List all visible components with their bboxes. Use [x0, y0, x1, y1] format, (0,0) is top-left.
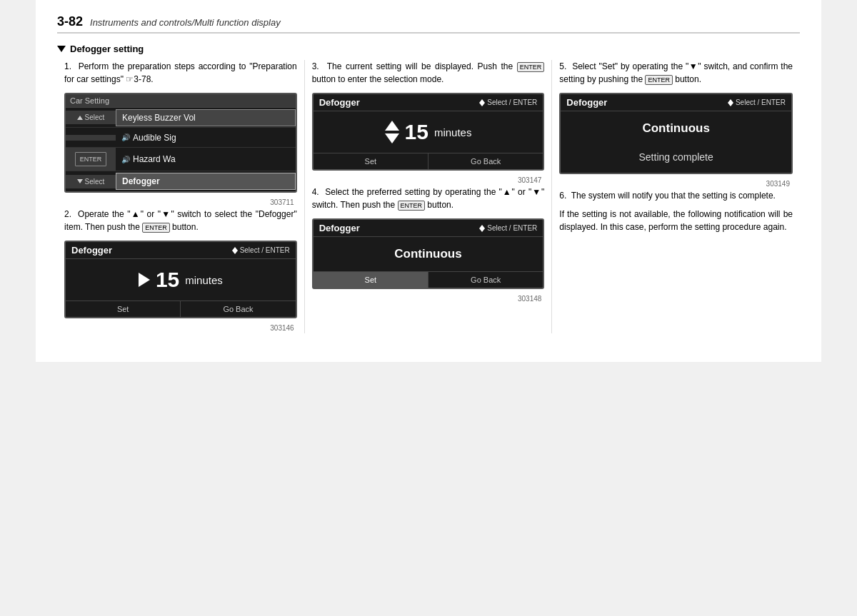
audible-text: Audible Sig: [133, 133, 176, 143]
step-2-block: 2. Operate the "▲" or "▼" switch to sele…: [64, 208, 297, 233]
screen-3-set-btn[interactable]: Set: [314, 153, 428, 169]
screen-5-title: Defogger: [566, 97, 607, 108]
content-grid: 1. Perform the preparation steps accordi…: [57, 60, 800, 333]
screen-4: Defogger Select / ENTER Continuous Set G…: [312, 218, 545, 289]
step-6b-text: If the setting is not available, the fol…: [559, 208, 793, 233]
screen-2: Defogger Select / ENTER 15 minutes: [64, 241, 297, 318]
header-bar: 3-82 Instruments and controls/Multi func…: [57, 14, 800, 34]
enter-kbd-2: ENTER: [142, 223, 170, 233]
screen-3-footer: Set Go Back: [314, 153, 543, 169]
screen-2-unit: minutes: [185, 274, 223, 286]
hazard-text: Hazard Wa: [133, 154, 176, 164]
screen-5-header: Defogger Select / ENTER: [561, 94, 791, 111]
screen-5-complete: Setting complete: [561, 146, 791, 173]
tri-dn-icon: [77, 179, 83, 183]
screen-4-title: Defogger: [319, 223, 360, 233]
screen-2-footer: Set Go Back: [66, 301, 296, 317]
screen-3-number: 15: [405, 120, 428, 144]
updown-icon-4: [479, 225, 485, 232]
tri-dn-small-5: [728, 103, 733, 106]
screen-1: Car Setting Select Keyless Buzzer Vol 🔊 …: [64, 93, 297, 193]
screen-4-select: Select / ENTER: [479, 224, 537, 232]
header-number: 3-82: [57, 14, 83, 29]
screen-3-unit: minutes: [434, 126, 472, 138]
menu-item-hazard: 🔊 Hazard Wa: [116, 151, 296, 167]
screen-5-continuous: Continuous: [561, 111, 791, 146]
screen-4-code: 303148: [312, 293, 545, 304]
screen-4-set-btn[interactable]: Set: [314, 272, 428, 288]
screen-3-select: Select / ENTER: [479, 99, 537, 106]
updown-icon-2: [232, 247, 238, 254]
screen-2-set-btn[interactable]: Set: [66, 301, 181, 317]
enter-kbd-5: ENTER: [645, 75, 673, 86]
screen-2-header: Defogger Select / ENTER: [66, 242, 296, 259]
step-2-text: 2. Operate the "▲" or "▼" switch to sele…: [64, 208, 297, 233]
updown-icon-5: [728, 99, 733, 106]
step-5-block: 5. Select "Set" by operating the "▼" swi…: [559, 60, 793, 86]
menu-label-enter: ENTER: [66, 148, 116, 171]
step-1-text: 1. Perform the preparation steps accordi…: [64, 60, 297, 86]
section-title-text: Defogger setting: [70, 44, 144, 54]
screen-2-goback-btn[interactable]: Go Back: [181, 301, 295, 317]
tri-up-icon: [77, 116, 83, 120]
screen-4-footer: Set Go Back: [314, 271, 543, 288]
screen-4-main: Continuous: [314, 237, 543, 271]
dn-select-label: Select: [85, 178, 105, 186]
page: 3-82 Instruments and controls/Multi func…: [36, 0, 821, 362]
screen-3-center: 15 minutes: [314, 111, 543, 153]
screen-3-goback-btn[interactable]: Go Back: [428, 153, 543, 169]
hazard-icon: 🔊: [121, 156, 130, 163]
step-6-block: 6. The system will notify you that the s…: [559, 189, 793, 233]
audible-icon: 🔊: [121, 133, 130, 141]
tri-dn-large: [385, 133, 399, 143]
screen-3-header: Defogger Select / ENTER: [314, 94, 543, 111]
enter-btn-label[interactable]: ENTER: [75, 152, 107, 166]
step-1-block: 1. Perform the preparation steps accordi…: [64, 60, 297, 86]
menu-label-dn-select: Select: [66, 175, 116, 188]
triangle-down-icon: [57, 46, 66, 52]
menu-label-up-select: Select: [66, 111, 116, 124]
screen-5-select: Select / ENTER: [728, 99, 786, 106]
updown-icon-3: [479, 99, 485, 106]
step-4-block: 4. Select the preferred setting by opera…: [312, 186, 545, 211]
column-2: 3. The current setting will be displayed…: [305, 60, 553, 333]
screen-2-title: Defogger: [71, 245, 112, 256]
screen-5-code: 303149: [559, 178, 793, 189]
column-3: 5. Select "Set" by operating the "▼" swi…: [552, 60, 800, 333]
column-1: 1. Perform the preparation steps accordi…: [57, 60, 305, 333]
menu-row-4: Select Defogger: [66, 171, 296, 191]
tri-dn-small-3: [479, 103, 485, 106]
screen-3-title: Defogger: [319, 97, 360, 108]
step-4-text: 4. Select the preferred setting by opera…: [312, 186, 545, 211]
tri-up-large: [385, 121, 399, 131]
up-select-label: Select: [85, 113, 105, 121]
step-5-text: 5. Select "Set" by operating the "▼" swi…: [559, 60, 793, 86]
menu-row-enter: ENTER 🔊 Hazard Wa: [66, 148, 296, 171]
screen-4-goback-btn[interactable]: Go Back: [428, 272, 543, 288]
step-3-text: 3. The current setting will be displayed…: [312, 60, 545, 86]
menu-row-1: Select Keyless Buzzer Vol: [66, 108, 296, 128]
menu-label-empty-1: [66, 135, 116, 141]
screen-2-code: 303146: [64, 323, 297, 333]
screen-2-center: 15 minutes: [66, 259, 296, 301]
screen-2-select: Select / ENTER: [232, 246, 290, 254]
screen-5: Defogger Select / ENTER Continuous Setti…: [559, 93, 793, 174]
screen-3: Defogger Select / ENTER 15: [312, 93, 545, 171]
header-title: Instruments and controls/Multi function …: [90, 17, 281, 28]
step-6-text: 6. The system will notify you that the s…: [559, 189, 793, 202]
section-title: Defogger setting: [57, 44, 800, 54]
screen-3-code: 303147: [312, 175, 545, 186]
menu-item-keyless: Keyless Buzzer Vol: [116, 109, 296, 126]
car-setting-header: Car Setting: [66, 94, 296, 108]
play-icon: [139, 273, 150, 287]
step-3-block: 3. The current setting will be displayed…: [312, 60, 545, 86]
screen-4-header: Defogger Select / ENTER: [314, 220, 543, 237]
screen-1-code: 303711: [64, 197, 297, 208]
tri-dn-small-4: [479, 228, 485, 232]
tri-dn-small: [232, 251, 238, 254]
enter-kbd-3: ENTER: [517, 62, 545, 73]
screen-2-number: 15: [156, 268, 179, 292]
menu-item-defogger: Defogger: [116, 173, 296, 190]
menu-item-audible: 🔊 Audible Sig: [116, 130, 296, 146]
updown-icon-large: [385, 121, 399, 143]
